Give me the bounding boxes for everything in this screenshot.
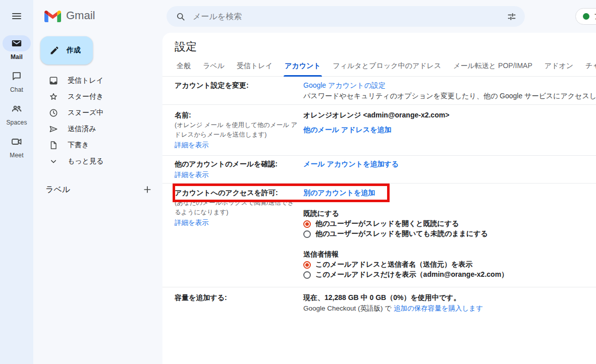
sidebar-item-snoozed[interactable]: スヌーズ中 [33,105,162,121]
add-email-address-link[interactable]: 他のメール アドレスを追加 [303,125,392,135]
row-description: パスワードやセキュリティのオプションを変更したり、他の Google サービスに… [303,91,596,101]
gmail-logo[interactable]: Gmail [44,9,95,22]
tab-filters[interactable]: フィルタとブロック中のアドレス [332,58,443,76]
show-details-link[interactable]: 詳細を表示 [175,140,209,150]
row-note: (あなたのメールボックスで閲覧/送信できるようになります) [175,198,299,217]
mark-read-group-header: 既読にする [303,208,596,219]
purchase-prefix: Google Checkout (英語版) で [303,305,394,312]
sidebar-item-inbox[interactable]: 受信トレイ [33,73,162,89]
meet-icon [3,134,31,150]
labels-title: ラベル [45,185,141,195]
sidebar-item-more[interactable]: もっと見る [33,153,162,169]
add-label-plus-icon[interactable] [141,184,153,196]
sidebar-item-label: 下書き [68,141,89,150]
search-options-tune-icon[interactable] [503,8,521,26]
show-details-link[interactable]: 詳細を表示 [175,217,209,228]
inbox-icon [48,76,59,86]
rail-label: Spaces [6,119,27,126]
show-details-link[interactable]: 詳細を表示 [175,169,209,180]
sidebar-item-drafts[interactable]: 下書き [33,137,162,153]
tab-accounts[interactable]: アカウント [284,58,322,76]
status-pill-label: アクティブ [594,12,596,21]
spaces-icon [3,101,31,117]
row-add-storage: 容量を追加する: 現在、12,288 GB 中 0 GB（0%）を使用中です。 … [162,287,596,317]
radio-selected-icon[interactable] [303,261,311,269]
labels-section-header: ラベル [33,181,162,198]
pencil-icon [49,45,60,55]
tab-labels[interactable]: ラベル [202,58,226,76]
app-rail: Mail Chat Spaces Meet [0,0,33,364]
row-label: アカウントへのアクセスを許可: [175,188,299,198]
tab-forwarding-pop-imap[interactable]: メール転送と POP/IMAP [452,58,533,76]
sidebar-nav: 受信トレイ スター付き スヌーズ中 送信済み 下書き もっと見る [33,73,162,169]
row-label: 名前: [175,110,299,120]
search-input[interactable] [190,12,503,21]
compose-label: 作成 [67,46,81,55]
tab-inbox[interactable]: 受信トレイ [236,58,274,76]
storage-purchase-line: Google Checkout (英語版) で 追加の保存容量を購入します [303,303,596,314]
star-icon [48,92,59,102]
radio-option-show-address-and-name[interactable]: このメールアドレスと送信者名（送信元）を表示 [303,260,596,270]
search-bar [167,6,525,27]
sidebar-item-label: 送信済み [68,125,96,134]
hamburger-menu-icon[interactable] [7,6,27,26]
row-change-account-settings: アカウント設定を変更: Google アカウントの設定 パスワードやセキュリティ… [162,77,596,105]
tab-chat-meet[interactable]: チャットと Meet [584,58,596,76]
storage-usage-value: 現在、12,288 GB 中 0 GB（0%）を使用中です。 [303,292,596,303]
sidebar: Gmail 作成 受信トレイ スター付き スヌーズ中 送信済み 下書き [33,0,162,364]
sidebar-item-label: 受信トレイ [68,76,103,85]
sender-info-group-header: 送信者情報 [303,249,596,260]
settings-panel: 設定 全般 ラベル 受信トレイ アカウント フィルタとブロック中のアドレス メー… [162,33,596,364]
page-title: 設定 [175,39,197,54]
sidebar-item-label: もっと見る [68,157,103,166]
purchase-storage-link[interactable]: 追加の保存容量を購入します [394,303,483,314]
send-icon [48,124,59,134]
row-label: アカウント設定を変更: [175,80,299,91]
clock-icon [48,108,59,118]
row-note: (オレンジ メール を使用して他のメール アドレスからメールを送信します) [175,120,299,140]
rail-label: Mail [11,53,23,60]
mail-icon [3,35,31,51]
add-another-account-link[interactable]: 別のアカウントを追加 [303,188,375,198]
add-mail-account-link[interactable]: メール アカウントを追加する [303,159,399,169]
rail-item-meet[interactable]: Meet [0,134,33,159]
tab-general[interactable]: 全般 [176,58,192,76]
row-label: 他のアカウントのメールを確認: [175,159,299,169]
chevron-down-icon [48,156,59,166]
row-label: 容量を追加する: [175,292,299,303]
search-icon[interactable] [172,8,190,26]
tab-addons[interactable]: アドオン [544,58,574,76]
row-name: 名前: (オレンジ メール を使用して他のメール アドレスからメールを送信します… [162,105,596,156]
radio-unselected-icon[interactable] [303,271,311,279]
radio-unselected-icon[interactable] [303,230,311,238]
radio-option-show-address-only[interactable]: このメールアドレスだけを表示（admin@orange-x2.com） [303,270,596,280]
settings-rows: アカウント設定を変更: Google アカウントの設定 パスワードやセキュリティ… [162,77,596,317]
gmail-m-icon [44,10,61,22]
rail-item-mail[interactable]: Mail [0,35,33,60]
account-name-value: オレンジオレンジ <admin@orange-x2.com> [303,110,596,120]
chat-icon [3,68,31,84]
sidebar-item-sent[interactable]: 送信済み [33,121,162,137]
account-status-pill[interactable]: アクティブ [575,8,596,25]
compose-button[interactable]: 作成 [40,36,93,65]
radio-selected-icon[interactable] [303,220,311,228]
draft-icon [48,140,59,150]
rail-label: Meet [10,152,23,159]
radio-option-mark-read-on-open[interactable]: 他のユーザーがスレッドを開くと既読にする [303,219,596,229]
rail-item-chat[interactable]: Chat [0,68,33,93]
settings-tabs: 全般 ラベル 受信トレイ アカウント フィルタとブロック中のアドレス メール転送… [162,58,596,77]
sidebar-item-label: スター付き [68,92,103,101]
status-green-dot-icon [583,13,589,20]
sidebar-item-label: スヌーズ中 [68,108,103,117]
row-grant-access: アカウントへのアクセスを許可: (あなたのメールボックスで閲覧/送信できるように… [162,184,596,287]
rail-item-spaces[interactable]: Spaces [0,101,33,126]
row-check-other-accounts: 他のアカウントのメールを確認: 詳細を表示 メール アカウントを追加する [162,156,596,184]
sidebar-item-starred[interactable]: スター付き [33,89,162,105]
radio-option-keep-unread[interactable]: 他のユーザーがスレッドを開いても未読のままにする [303,229,596,239]
rail-label: Chat [10,86,23,93]
google-account-settings-link[interactable]: Google アカウントの設定 [303,80,386,91]
logo-text: Gmail [66,9,95,22]
